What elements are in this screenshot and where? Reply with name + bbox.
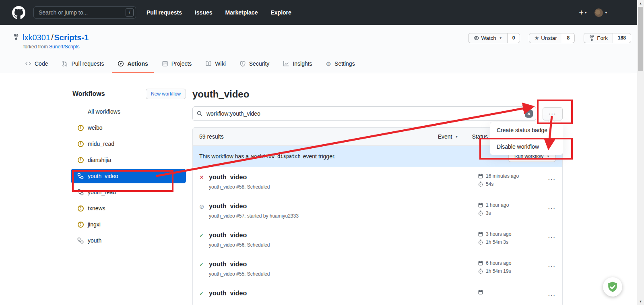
workflows-sidebar: Workflows New workflow All workflows ! w… xyxy=(71,89,186,305)
caret-down-icon: ▼ xyxy=(499,36,502,40)
repo-owner-link[interactable]: lxk0301 xyxy=(23,33,50,42)
workflow-options-menu: Create status badge Disable workflow xyxy=(490,122,563,155)
run-title[interactable]: youth_video xyxy=(209,231,270,239)
run-options-kebab[interactable]: ··· xyxy=(542,176,556,183)
workflow-icon xyxy=(77,189,84,195)
sidebar-item-youth[interactable]: youth xyxy=(71,233,186,248)
run-time: 16 minutes ago xyxy=(486,173,519,179)
failed-x-icon: ✕ xyxy=(199,174,206,181)
create-new-menu[interactable]: +▾ xyxy=(579,8,586,17)
workflow-label: youth xyxy=(88,237,101,244)
calendar-icon xyxy=(478,202,483,208)
workflow-runs-panel: youth_video ✕ ··· 59 results Event▼ xyxy=(192,89,563,305)
adguard-shield-icon[interactable] xyxy=(603,277,622,297)
run-row[interactable]: ✓ youth_video youth_video #56: Scheduled… xyxy=(193,225,562,254)
run-row[interactable]: ✕ youth_video youth_video #58: Scheduled… xyxy=(193,167,562,196)
nav-link-issues[interactable]: Issues xyxy=(195,9,213,16)
run-time: 6 hours ago xyxy=(486,260,511,266)
sidebar-item-all-workflows[interactable]: All workflows xyxy=(71,104,186,119)
stopwatch-icon xyxy=(478,268,483,274)
event-filter[interactable]: Event▼ xyxy=(438,133,458,140)
run-title[interactable]: youth_video xyxy=(209,260,270,268)
run-row[interactable]: ✓ youth_video ··· xyxy=(193,283,562,305)
workflow-label: weibo xyxy=(88,124,103,131)
run-row[interactable]: ✓ youth_video youth_video #55: Scheduled… xyxy=(193,254,562,283)
fork-count[interactable]: 188 xyxy=(613,33,631,43)
tab-pull-requests[interactable]: Pull requests xyxy=(56,55,109,73)
sidebar-item-midu-read[interactable]: ! midu_read xyxy=(71,137,186,151)
repo-forked-icon xyxy=(13,33,19,42)
success-check-icon: ✓ xyxy=(199,261,206,268)
warning-icon: ! xyxy=(77,205,84,212)
tab-settings[interactable]: ⚙ Settings xyxy=(320,55,361,73)
star-count[interactable]: 8 xyxy=(562,33,575,43)
actions-layout: Workflows New workflow All workflows ! w… xyxy=(71,73,563,305)
run-subtitle: youth_video #55: Scheduled xyxy=(209,271,270,277)
nav-link-pull-requests[interactable]: Pull requests xyxy=(147,9,182,16)
user-menu[interactable]: ▾ xyxy=(594,8,607,17)
runs-search: ✕ xyxy=(192,106,536,121)
run-options-kebab[interactable]: ··· xyxy=(542,264,556,270)
github-logo-icon[interactable] xyxy=(12,6,25,19)
sidebar-item-dianshijia[interactable]: ! dianshijia xyxy=(71,153,186,167)
sidebar-item-jingxi[interactable]: ! jingxi xyxy=(71,217,186,232)
play-icon xyxy=(118,60,124,67)
star-icon: ★ xyxy=(534,35,539,41)
page-title: youth_video xyxy=(192,89,563,100)
slash-key-hint: / xyxy=(126,8,134,17)
run-title[interactable]: youth_video xyxy=(209,202,299,210)
tab-actions[interactable]: Actions xyxy=(112,55,153,73)
run-duration: 1h 54m 3s xyxy=(486,239,508,245)
repo-forked-icon xyxy=(589,35,595,41)
run-title[interactable]: youth_video xyxy=(209,173,270,181)
nav-link-explore[interactable]: Explore xyxy=(270,9,291,16)
tab-insights[interactable]: Insights xyxy=(277,55,318,73)
run-options-kebab[interactable]: ··· xyxy=(542,205,556,212)
tab-wiki[interactable]: Wiki xyxy=(200,55,231,73)
sidebar-item-txnews[interactable]: ! txnews xyxy=(71,201,186,216)
sidebar-item-weibo[interactable]: ! weibo xyxy=(71,120,186,135)
search-icon xyxy=(196,110,203,118)
runs-search-input[interactable] xyxy=(192,106,536,121)
workflows-heading: Workflows xyxy=(72,90,105,98)
graph-icon xyxy=(283,60,289,67)
watch-button[interactable]: Watch ▼ xyxy=(468,33,508,43)
repo-social-buttons: Watch ▼ 0 ★ Unstar 8 xyxy=(468,33,632,43)
run-options-kebab[interactable]: ··· xyxy=(542,293,556,299)
menu-item-create-status-badge[interactable]: Create status badge xyxy=(490,122,563,138)
workflow-options-kebab-button[interactable]: ··· xyxy=(543,107,563,120)
sidebar-item-youth-video[interactable]: youth_video xyxy=(71,169,186,183)
run-row[interactable]: ⊘ youth_video youth_video #57: started b… xyxy=(193,196,562,225)
repo-name-link[interactable]: Scripts-1 xyxy=(54,33,89,42)
menu-item-disable-workflow[interactable]: Disable workflow xyxy=(490,138,563,155)
project-icon xyxy=(162,60,168,67)
workflow-label: All workflows xyxy=(88,108,120,115)
tab-projects[interactable]: Projects xyxy=(156,55,198,73)
event-trigger-code: workflow_dispatch xyxy=(251,154,301,159)
browser-scrollbar[interactable]: ▲ ▼ xyxy=(637,0,644,305)
watch-count[interactable]: 0 xyxy=(508,33,520,43)
new-workflow-button[interactable]: New workflow xyxy=(146,89,186,99)
run-title[interactable]: youth_video xyxy=(209,289,247,297)
forked-from-line: forked from Sunert/Scripts xyxy=(23,44,89,50)
sidebar-item-youth-read[interactable]: youth_read xyxy=(71,185,186,199)
run-options-kebab[interactable]: ··· xyxy=(542,234,556,241)
repo-header: lxk0301/Scripts-1 forked from Sunert/Scr… xyxy=(0,25,644,73)
workflow-icon xyxy=(77,237,84,244)
results-count: 59 results xyxy=(199,133,224,140)
top-navbar: / Pull requests Issues Marketplace Explo… xyxy=(0,0,644,25)
global-search-input[interactable] xyxy=(33,6,136,19)
forked-from-link[interactable]: Sunert/Scripts xyxy=(49,44,79,50)
tab-security[interactable]: Security xyxy=(234,55,275,73)
stopwatch-icon xyxy=(478,181,483,187)
nav-link-marketplace[interactable]: Marketplace xyxy=(225,9,258,16)
scroll-up-arrow-icon[interactable]: ▲ xyxy=(637,0,644,7)
unstar-button[interactable]: ★ Unstar xyxy=(529,33,562,43)
clear-search-button[interactable]: ✕ xyxy=(525,110,533,118)
eye-icon xyxy=(473,35,479,41)
avatar xyxy=(594,8,603,17)
scrollbar-thumb[interactable] xyxy=(638,7,643,71)
scroll-down-arrow-icon[interactable]: ▼ xyxy=(637,298,644,305)
tab-code[interactable]: Code xyxy=(19,55,54,73)
fork-button[interactable]: Fork xyxy=(584,33,613,43)
